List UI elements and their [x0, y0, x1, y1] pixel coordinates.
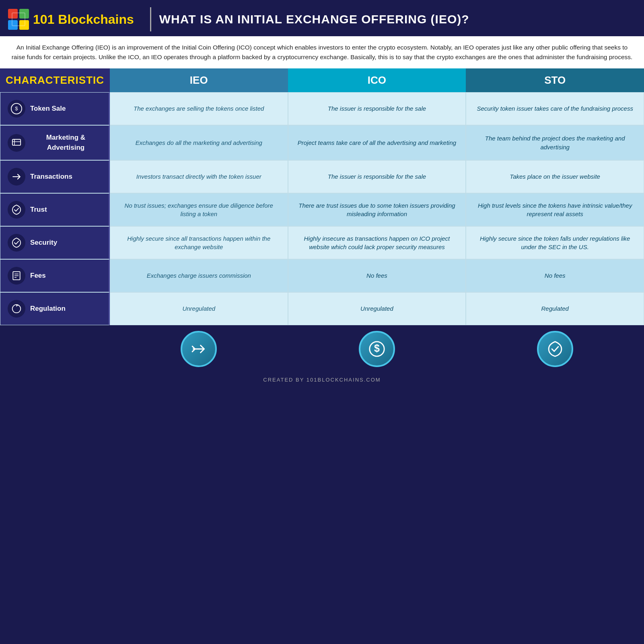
security-icon: [8, 234, 25, 252]
ieo-cell-fees: Exchanges charge issuers commission: [110, 259, 288, 292]
ieo-cell-regulation: Unregulated: [110, 292, 288, 325]
col-ico-header: ICO: [288, 68, 466, 92]
marketing-icon: [8, 134, 25, 152]
logo-area: 101 Blockchains: [8, 9, 134, 30]
char-cell-marketing: Marketing & Advertising: [0, 125, 110, 160]
sto-cell-transactions: Takes place on the issuer website: [466, 160, 644, 193]
svg-rect-7: [12, 139, 21, 145]
token-sale-label: Token Sale: [30, 104, 66, 114]
footer: CREATED BY 101BLOCKCHAINS.COM: [0, 373, 644, 390]
ico-bottom-icon: $: [359, 331, 395, 367]
table-row: Security Highly secure since all transac…: [0, 226, 644, 259]
regulation-label: Regulation: [30, 304, 66, 314]
svg-text:$: $: [374, 343, 380, 354]
bottom-icons-row: $: [0, 325, 644, 373]
column-header-row: CHARACTERISTIC IEO ICO STO: [0, 68, 644, 92]
ico-cell-fees: No fees: [288, 259, 466, 292]
sto-cell-token-sale: Security token issuer takes care of the …: [466, 92, 644, 125]
comparison-table: CHARACTERISTIC IEO ICO STO $ Token Sale …: [0, 68, 644, 373]
ico-cell-security: Highly insecure as transactions happen o…: [288, 226, 466, 259]
transactions-icon: [8, 168, 25, 186]
footer-text: CREATED BY 101BLOCKCHAINS.COM: [263, 377, 381, 383]
ico-cell-regulation: Unregulated: [288, 292, 466, 325]
ieo-cell-trust: No trust issues; exchanges ensure due di…: [110, 193, 288, 226]
page-container: 101 Blockchains WHAT IS AN INITIAL EXCHA…: [0, 0, 644, 390]
char-cell-transactions: Transactions: [0, 160, 110, 193]
char-cell-regulation: Regulation: [0, 292, 110, 325]
svg-text:$: $: [15, 105, 18, 111]
logo-text: 101 Blockchains: [33, 12, 134, 27]
table-row: Regulation UnregulatedUnregulatedRegulat…: [0, 292, 644, 325]
sto-cell-security: Highly secure since the token falls unde…: [466, 226, 644, 259]
trust-icon: [8, 201, 25, 219]
table-row: Marketing & Advertising Exchanges do all…: [0, 125, 644, 160]
header-divider: [150, 7, 151, 31]
col-sto-header: STO: [466, 68, 644, 92]
sto-cell-regulation: Regulated: [466, 292, 644, 325]
ico-cell-marketing: Project teams take care of all the adver…: [288, 125, 466, 160]
trust-label: Trust: [30, 205, 47, 215]
table-row: Transactions Investors transact directly…: [0, 160, 644, 193]
header-title: WHAT IS AN INITIAL EXCHANGE OFFERING (IE…: [159, 12, 469, 26]
ieo-cell-transactions: Investors transact directly with the tok…: [110, 160, 288, 193]
table-row: Fees Exchanges charge issuers commission…: [0, 259, 644, 292]
svg-rect-1: [19, 9, 29, 19]
ieo-cell-token-sale: The exchanges are selling the tokens onc…: [110, 92, 288, 125]
svg-rect-3: [19, 20, 29, 30]
fees-icon: [8, 267, 25, 285]
table-row: $ Token Sale The exchanges are selling t…: [0, 92, 644, 125]
table-body: $ Token Sale The exchanges are selling t…: [0, 92, 644, 373]
sto-bottom-icon: [537, 331, 573, 367]
ico-cell-token-sale: The issuer is responsible for the sale: [288, 92, 466, 125]
security-label: Security: [30, 238, 57, 248]
regulation-icon: [8, 300, 25, 318]
sto-cell-fees: No fees: [466, 259, 644, 292]
col-characteristic-header: CHARACTERISTIC: [0, 68, 110, 92]
char-cell-token-sale: $ Token Sale: [0, 92, 110, 125]
ieo-cell-security: Highly secure since all transactions hap…: [110, 226, 288, 259]
sto-cell-marketing: The team behind the project does the mar…: [466, 125, 644, 160]
svg-rect-2: [8, 20, 18, 30]
col-ieo-header: IEO: [110, 68, 288, 92]
ieo-cell-marketing: Exchanges do all the marketing and adver…: [110, 125, 288, 160]
char-cell-security: Security: [0, 226, 110, 259]
sto-cell-trust: High trust levels since the tokens have …: [466, 193, 644, 226]
transactions-label: Transactions: [30, 172, 72, 182]
logo-icon: [8, 9, 29, 30]
fees-label: Fees: [30, 271, 46, 281]
ieo-bottom-icon: [181, 331, 217, 367]
intro-text: An Initial Exchange Offering (IEO) is an…: [0, 36, 644, 68]
marketing-label: Marketing & Advertising: [30, 133, 101, 153]
svg-rect-0: [8, 9, 18, 19]
char-cell-fees: Fees: [0, 259, 110, 292]
header: 101 Blockchains WHAT IS AN INITIAL EXCHA…: [0, 0, 644, 36]
ico-cell-trust: There are trust issues due to some token…: [288, 193, 466, 226]
table-row: Trust No trust issues; exchanges ensure …: [0, 193, 644, 226]
token-sale-icon: $: [8, 100, 25, 118]
ico-cell-transactions: The issuer is responsible for the sale: [288, 160, 466, 193]
char-cell-trust: Trust: [0, 193, 110, 226]
